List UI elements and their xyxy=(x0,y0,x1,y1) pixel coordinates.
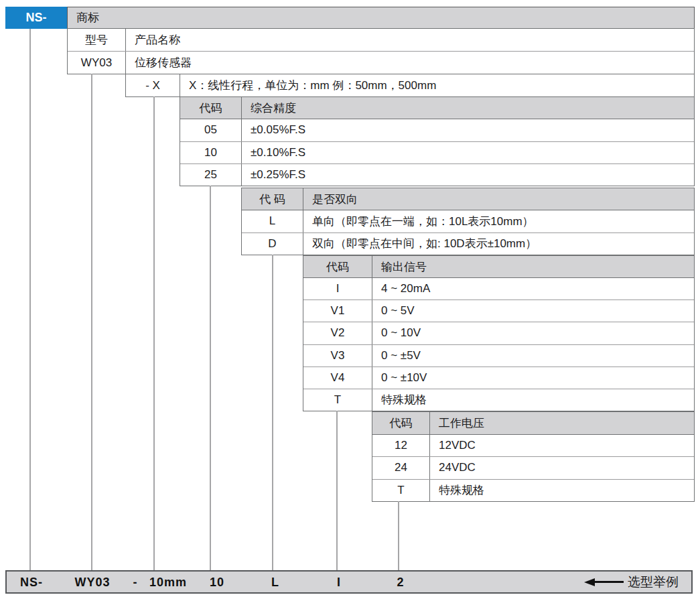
accuracy-value: ±0.25%F.S xyxy=(242,164,694,186)
output-value: 0 ~ 10V xyxy=(372,322,694,344)
model-code: WY03 xyxy=(68,52,126,74)
voltage-header-label: 工作电压 xyxy=(430,412,694,434)
voltage-code: 12 xyxy=(372,435,430,457)
example-item: - xyxy=(133,575,138,589)
output-code: V4 xyxy=(303,367,372,389)
output-header-code: 代码 xyxy=(303,256,372,277)
connector-line xyxy=(29,29,31,570)
example-item: 10mm xyxy=(149,575,187,589)
direction-table: 代 码 是否双向 L 单向（即零点在一端，如：10L表示10mm） D 双向（即… xyxy=(241,188,695,255)
output-value: 0 ~ ±5V xyxy=(372,345,694,367)
table-header-row: 代码 输出信号 xyxy=(303,256,694,278)
prefix-code-box: NS- xyxy=(5,7,67,29)
accuracy-header-label: 综合精度 xyxy=(242,97,694,119)
table-row: 05 ±0.05%F.S xyxy=(180,119,694,141)
table-row: 24 24VDC xyxy=(372,457,694,480)
table-row: V4 0 ~ ±10V xyxy=(303,367,694,389)
connector-line xyxy=(91,74,92,570)
model-name: 位移传感器 xyxy=(126,52,694,74)
table-header-row: 代码 工作电压 xyxy=(372,412,694,435)
voltage-value: 24VDC xyxy=(430,457,694,479)
direction-value: 单向（即零点在一端，如：10L表示10mm） xyxy=(303,210,694,232)
output-value: 特殊规格 xyxy=(372,389,694,411)
model-header-name: 产品名称 xyxy=(126,29,694,51)
model-table: 型号 产品名称 WY03 位移传感器 xyxy=(67,28,695,74)
trademark-header: 商标 xyxy=(67,7,695,29)
output-code: V2 xyxy=(303,322,372,344)
output-code: I xyxy=(303,278,372,300)
stroke-row: - X X：线性行程，单位为：mm 例：50mm，500mm xyxy=(125,74,695,97)
direction-value: 双向（即零点在中间，如: 10D表示±10mm） xyxy=(303,233,694,255)
table-header-row: 代码 综合精度 xyxy=(180,97,694,119)
table-row: V3 0 ~ ±5V xyxy=(303,345,694,367)
output-code: V1 xyxy=(303,300,372,322)
output-value: 4 ~ 20mA xyxy=(372,278,694,300)
table-row: V2 0 ~ 10V xyxy=(303,322,694,344)
example-bar: NS- WY03 - 10mm 10 L I 2 选型举例 xyxy=(5,570,693,594)
direction-header-code: 代 码 xyxy=(242,188,303,210)
voltage-header-code: 代码 xyxy=(372,412,430,434)
direction-header-label: 是否双向 xyxy=(303,188,694,210)
direction-code: L xyxy=(242,210,303,232)
model-header-code: 型号 xyxy=(68,29,126,51)
table-row: WY03 位移传感器 xyxy=(68,52,694,74)
accuracy-code: 05 xyxy=(180,119,242,141)
output-header-label: 输出信号 xyxy=(372,256,694,277)
example-item: NS- xyxy=(20,575,43,589)
output-code: T xyxy=(303,389,372,411)
table-row: T 特殊规格 xyxy=(372,480,694,502)
stroke-code: - X xyxy=(126,74,180,96)
example-item: 2 xyxy=(397,575,404,589)
table-row: - X X：线性行程，单位为：mm 例：50mm，500mm xyxy=(126,74,694,96)
example-item: L xyxy=(271,575,279,589)
table-row: 12 12VDC xyxy=(372,435,694,458)
accuracy-code: 10 xyxy=(180,142,242,163)
direction-code: D xyxy=(242,233,303,255)
stroke-desc: X：线性行程，单位为：mm 例：50mm，500mm xyxy=(180,74,694,96)
table-row: I 4 ~ 20mA xyxy=(303,278,694,300)
output-value: 0 ~ ±10V xyxy=(372,367,694,389)
connector-line xyxy=(210,186,211,570)
table-header-row: 型号 产品名称 xyxy=(68,29,694,52)
table-row: T 特殊规格 xyxy=(303,389,694,411)
example-arrow: 选型举例 xyxy=(584,572,679,592)
voltage-code: T xyxy=(372,480,430,502)
voltage-table: 代码 工作电压 12 12VDC 24 24VDC T 特殊规格 xyxy=(372,411,695,502)
connector-line xyxy=(272,255,273,570)
accuracy-value: ±0.10%F.S xyxy=(242,142,694,163)
voltage-code: 24 xyxy=(372,457,430,479)
connector-line xyxy=(336,411,338,570)
table-row: V1 0 ~ 5V xyxy=(303,300,694,322)
arrow-line xyxy=(595,581,624,583)
accuracy-table: 代码 综合精度 05 ±0.05%F.S 10 ±0.10%F.S 25 ±0.… xyxy=(180,96,695,186)
accuracy-code: 25 xyxy=(180,164,242,186)
output-value: 0 ~ 5V xyxy=(372,300,694,322)
connector-line xyxy=(398,501,399,570)
accuracy-value: ±0.05%F.S xyxy=(242,119,694,141)
table-row: L 单向（即零点在一端，如：10L表示10mm） xyxy=(242,210,694,232)
example-label: 选型举例 xyxy=(628,574,679,591)
example-item: 10 xyxy=(210,575,224,589)
voltage-value: 特殊规格 xyxy=(430,480,694,502)
ordering-code-diagram: NS- 商标 型号 产品名称 WY03 位移传感器 - X X：线性行程，单位为… xyxy=(0,0,700,599)
table-row: 10 ±0.10%F.S xyxy=(180,142,694,164)
table-row: D 双向（即零点在中间，如: 10D表示±10mm） xyxy=(242,233,694,255)
example-item: WY03 xyxy=(74,575,110,589)
connector-line xyxy=(153,96,155,570)
example-item: I xyxy=(337,575,341,589)
output-code: V3 xyxy=(303,345,372,367)
table-header-row: 代 码 是否双向 xyxy=(242,188,694,210)
arrow-left-icon xyxy=(584,578,595,586)
table-row: 25 ±0.25%F.S xyxy=(180,164,694,186)
output-signal-table: 代码 输出信号 I 4 ~ 20mA V1 0 ~ 5V V2 0 ~ 10V … xyxy=(303,255,695,411)
voltage-value: 12VDC xyxy=(430,435,694,457)
accuracy-header-code: 代码 xyxy=(180,97,242,119)
